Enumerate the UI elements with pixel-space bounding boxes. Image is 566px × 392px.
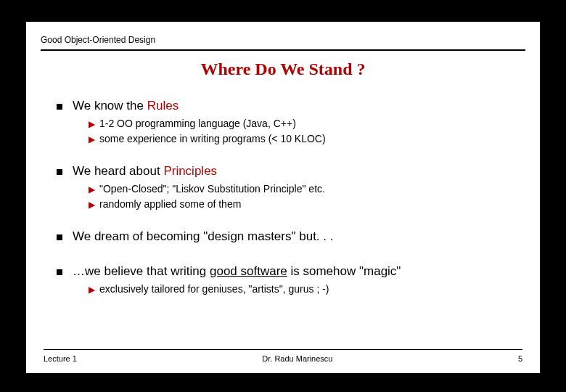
bullet-accent: Principles <box>163 164 217 178</box>
bullet-text: We heard about <box>73 164 163 178</box>
bullet-accent: Rules <box>147 99 179 113</box>
header-rule <box>41 49 525 51</box>
footer-left: Lecture 1 <box>44 354 77 363</box>
arrow-icon: ▶ <box>89 119 95 129</box>
bullet-principles: We heard about Principles <box>57 163 515 179</box>
bullet-rules: We know the Rules <box>57 98 515 114</box>
sub-bullet: ▶ randomly applied some of them <box>89 198 515 210</box>
sub-text: exclusively tailored for geniuses, "arti… <box>99 283 329 295</box>
footer: Lecture 1 Dr. Radu Marinescu 5 <box>26 349 540 363</box>
sub-text: 1-2 OO programming language (Java, C++) <box>99 118 296 129</box>
sub-bullet: ▶ exclusively tailored for geniuses, "ar… <box>89 283 515 295</box>
arrow-icon: ▶ <box>89 134 95 144</box>
bullet-suffix: is somehow "magic" <box>287 264 401 278</box>
slide-title: Where Do We Stand ? <box>26 60 540 79</box>
header-course: Good Object-Oriented Design <box>26 22 540 48</box>
sub-text: randomly applied some of them <box>99 198 241 210</box>
slide: Good Object-Oriented Design Where Do We … <box>26 22 540 373</box>
sub-text: some experience in writing programs (< 1… <box>99 133 326 144</box>
arrow-icon: ▶ <box>89 184 95 195</box>
square-bullet-icon <box>57 269 62 275</box>
footer-rule <box>44 349 522 350</box>
bullet-underline: good software <box>210 264 287 278</box>
sub-bullet: ▶ 1-2 OO programming language (Java, C++… <box>89 118 515 129</box>
bullet-text: We know the <box>73 99 147 113</box>
bullet-magic: …we believe that writing good software i… <box>57 264 515 279</box>
bullet-dream: We dream of becoming "design masters" bu… <box>57 229 515 245</box>
sub-bullet: ▶ "Open-Closed"; "Liskov Substitution Pr… <box>89 183 515 195</box>
bullet-text: …we believe that writing <box>73 264 210 278</box>
square-bullet-icon <box>57 104 62 110</box>
arrow-icon: ▶ <box>89 285 95 295</box>
slide-content: We know the Rules ▶ 1-2 OO programming l… <box>26 98 540 295</box>
sub-text: "Open-Closed"; "Liskov Substitution Prin… <box>99 183 325 195</box>
bullet-text: We dream of becoming "design masters" bu… <box>73 229 333 243</box>
sub-bullet: ▶ some experience in writing programs (<… <box>89 133 515 144</box>
arrow-icon: ▶ <box>89 200 95 210</box>
square-bullet-icon <box>57 234 62 240</box>
square-bullet-icon <box>57 169 62 175</box>
footer-center: Dr. Radu Marinescu <box>262 354 332 363</box>
footer-page-number: 5 <box>518 354 522 363</box>
